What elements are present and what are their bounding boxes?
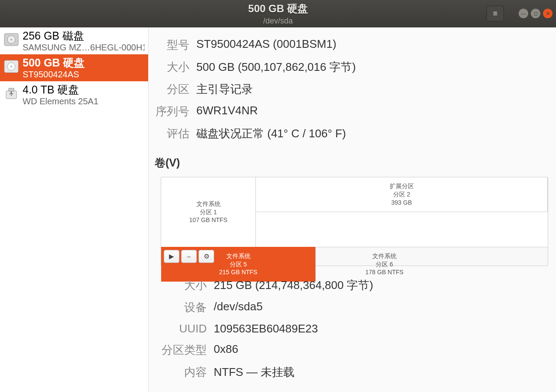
- disk-title: 256 GB 磁盘: [23, 29, 145, 43]
- menu-button[interactable]: ≡: [486, 6, 504, 21]
- main-pane: 型号 ST9500424AS (0001BSM1) 大小 500 GB (500…: [149, 27, 556, 392]
- disk-sub: WD Elements 25A1: [23, 96, 145, 106]
- mount-button[interactable]: ▶: [164, 250, 179, 263]
- part-name: 分区 6: [376, 260, 393, 269]
- partition-1[interactable]: 文件系统 分区 1 107 GB NTFS: [161, 177, 256, 247]
- part-size: 107 GB NTFS: [189, 216, 228, 224]
- label-serial: 序列号: [153, 101, 191, 122]
- content: 256 GB 磁盘 SAMSUNG MZ…6HEGL-000H1 500 GB …: [0, 27, 556, 392]
- disk-title: 4.0 TB 硬盘: [23, 83, 145, 96]
- volumes-heading: 卷(V): [155, 156, 548, 170]
- titlebar-center: 500 GB 硬盘 /dev/sda: [248, 2, 308, 26]
- value-vol-contents: NTFS — 未挂载: [209, 362, 547, 383]
- part-name: 分区 2: [393, 190, 410, 199]
- label-partitioning: 分区: [153, 79, 191, 100]
- value-vol-ptype: 0x86: [209, 339, 547, 361]
- volumes-box: 文件系统 分区 1 107 GB NTFS 扩展分区 分区 2 393 GB 文…: [161, 177, 548, 266]
- disk-sub: ST9500424AS: [23, 70, 145, 80]
- part-name: 分区 5: [230, 260, 247, 269]
- usb-drive-icon: [3, 85, 20, 102]
- partition-2-extended[interactable]: 扩展分区 分区 2 393 GB: [256, 177, 548, 212]
- svg-rect-7: [9, 88, 14, 91]
- value-serial: 6WR1V4NR: [192, 101, 547, 122]
- value-partitioning: 主引导记录: [192, 79, 547, 100]
- sidebar-disk-0[interactable]: 256 GB 磁盘 SAMSUNG MZ…6HEGL-000H1: [0, 27, 148, 54]
- sidebar-disk-2[interactable]: 4.0 TB 硬盘 WD Elements 25A1: [0, 81, 148, 108]
- label-vol-ptype: 分区类型: [153, 339, 208, 361]
- disk-title: 500 GB 硬盘: [23, 56, 145, 70]
- value-model: ST9500424AS (0001BSM1): [192, 34, 547, 56]
- label-size: 大小: [153, 56, 191, 78]
- svg-point-2: [10, 39, 12, 40]
- part-type: 文件系统: [226, 252, 251, 260]
- part-size: 393 GB: [391, 199, 412, 207]
- play-icon: ▶: [169, 252, 174, 260]
- part-name: 分区 1: [200, 208, 217, 216]
- disk-info: 4.0 TB 硬盘 WD Elements 25A1: [23, 83, 145, 106]
- drive-info-table: 型号 ST9500424AS (0001BSM1) 大小 500 GB (500…: [152, 33, 548, 145]
- disk-info: 500 GB 硬盘 ST9500424AS: [23, 56, 145, 80]
- minimize-button[interactable]: —: [519, 9, 528, 18]
- part-size: 178 GB NTFS: [365, 268, 404, 276]
- hamburger-icon: ≡: [493, 9, 498, 18]
- titlebar: 500 GB 硬盘 /dev/sda ≡ — ◻ ✕: [0, 0, 556, 27]
- partition-map: 文件系统 分区 1 107 GB NTFS 扩展分区 分区 2 393 GB 文…: [161, 177, 548, 247]
- part-size: 215 GB NTFS: [219, 268, 258, 276]
- label-vol-device: 设备: [153, 297, 208, 318]
- volume-info-table: 大小 215 GB (214,748,364,800 字节) 设备 /dev/s…: [152, 274, 548, 384]
- minus-icon: −: [187, 253, 191, 260]
- svg-point-5: [10, 66, 12, 67]
- hdd-icon: [3, 58, 20, 75]
- part-type: 文件系统: [372, 252, 397, 260]
- partition-6[interactable]: 文件系统 分区 6 178 GB NTFS: [316, 247, 453, 282]
- label-vol-uuid: UUID: [153, 319, 208, 339]
- titlebar-controls: ≡ — ◻ ✕: [486, 6, 553, 21]
- sidebar: 256 GB 磁盘 SAMSUNG MZ…6HEGL-000H1 500 GB …: [0, 27, 149, 392]
- value-vol-device: /dev/sda5: [209, 297, 547, 318]
- label-model: 型号: [153, 34, 191, 56]
- label-vol-contents: 内容: [153, 362, 208, 383]
- value-assessment: 磁盘状况正常 (41° C / 106° F): [192, 123, 547, 144]
- maximize-button[interactable]: ◻: [531, 9, 540, 18]
- value-size: 500 GB (500,107,862,016 字节): [192, 56, 547, 78]
- part-type: 扩展分区: [390, 182, 414, 190]
- sidebar-disk-1[interactable]: 500 GB 硬盘 ST9500424AS: [0, 54, 148, 81]
- options-button[interactable]: ⚙: [199, 250, 214, 263]
- label-assessment: 评估: [153, 123, 191, 144]
- hdd-icon: [3, 31, 20, 48]
- delete-button[interactable]: −: [181, 250, 197, 263]
- part-type: 文件系统: [196, 200, 221, 208]
- window-subtitle: /dev/sda: [248, 17, 308, 26]
- value-vol-uuid: 109563EB60489E23: [209, 319, 547, 339]
- gears-icon: ⚙: [204, 252, 209, 260]
- window-title: 500 GB 硬盘: [248, 2, 308, 16]
- disk-info: 256 GB 磁盘 SAMSUNG MZ…6HEGL-000H1: [23, 29, 145, 53]
- close-button[interactable]: ✕: [543, 9, 553, 18]
- disk-sub: SAMSUNG MZ…6HEGL-000H1: [23, 43, 145, 53]
